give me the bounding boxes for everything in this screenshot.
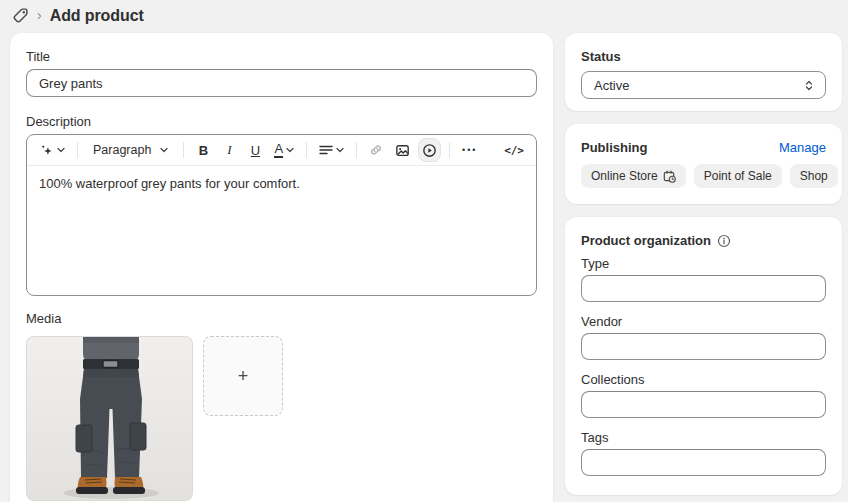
vendor-label: Vendor <box>581 314 826 329</box>
toolbar-divider <box>77 142 78 158</box>
tag-icon <box>12 7 29 24</box>
ai-assist-button[interactable] <box>35 138 69 162</box>
schedule-calendar-icon <box>663 170 676 183</box>
underline-button[interactable]: U <box>244 138 266 162</box>
chevron-down-icon <box>160 147 168 153</box>
title-input[interactable] <box>26 69 537 97</box>
tags-label: Tags <box>581 430 826 445</box>
right-column: Status Active Publishing Manage Online S… <box>565 33 842 495</box>
type-label: Type <box>581 256 826 271</box>
main-content: Title Description <box>0 33 848 502</box>
manage-publishing-link[interactable]: Manage <box>779 140 826 155</box>
toolbar-divider <box>183 142 184 158</box>
paragraph-style-label: Paragraph <box>93 143 151 157</box>
plus-icon: + <box>238 366 249 387</box>
publishing-card: Publishing Manage Online Store Point of … <box>565 124 842 204</box>
description-input[interactable]: 100% waterproof grey pants for your comf… <box>27 166 536 295</box>
products-tag-icon[interactable] <box>12 7 29 24</box>
add-media-button[interactable]: + <box>203 336 283 416</box>
more-options-icon: ••• <box>462 145 477 155</box>
channel-pill-label: Online Store <box>591 169 658 183</box>
channel-pill-label: Shop <box>800 169 828 183</box>
publishing-heading: Publishing <box>581 140 647 155</box>
show-html-button[interactable]: </> <box>500 138 528 162</box>
italic-label: I <box>227 142 231 158</box>
grey-pants-photo <box>27 337 193 501</box>
toolbar-divider <box>356 142 357 158</box>
select-updown-icon <box>803 79 815 92</box>
sales-channel-list: Online Store Point of Sale Shop <box>581 164 826 188</box>
channel-pill-online-store: Online Store <box>581 164 686 188</box>
type-input[interactable] <box>581 275 826 302</box>
channel-pill-label: Point of Sale <box>704 169 772 183</box>
video-play-icon <box>422 143 437 158</box>
product-image-thumbnail[interactable] <box>26 336 193 501</box>
bold-button[interactable]: B <box>192 138 214 162</box>
breadcrumb: › Add product <box>0 0 848 33</box>
text-color-button[interactable]: A <box>270 138 298 162</box>
text-color-label: A <box>274 142 283 158</box>
product-organization-card: Product organization Type Vendor Col <box>565 217 842 495</box>
collections-input[interactable] <box>581 391 826 418</box>
status-select-value: Active <box>594 78 629 93</box>
chevron-down-icon <box>286 147 294 153</box>
channel-pill-pos: Point of Sale <box>694 164 782 188</box>
underline-label: U <box>251 143 260 158</box>
ai-sparkle-icon <box>39 143 54 158</box>
status-heading: Status <box>581 49 826 64</box>
title-label: Title <box>26 49 537 64</box>
channel-pill-shop: Shop <box>790 164 838 188</box>
description-label: Description <box>26 114 537 129</box>
insert-image-button[interactable] <box>391 138 414 162</box>
align-left-icon <box>319 143 333 157</box>
tags-input[interactable] <box>581 449 826 476</box>
bold-label: B <box>199 143 208 158</box>
link-icon <box>369 143 383 157</box>
info-icon <box>717 234 731 248</box>
paragraph-style-dropdown[interactable]: Paragraph <box>86 138 175 162</box>
media-section: + <box>26 336 537 501</box>
product-details-card: Title Description <box>10 33 553 502</box>
status-card: Status Active <box>565 33 842 111</box>
product-organization-heading: Product organization <box>581 233 711 248</box>
status-select[interactable]: Active <box>581 71 826 99</box>
vendor-input[interactable] <box>581 333 826 360</box>
chevron-down-icon <box>57 147 65 153</box>
description-editor: Paragraph B I U <box>26 134 537 296</box>
collections-label: Collections <box>581 372 826 387</box>
toolbar-divider <box>449 142 450 158</box>
breadcrumb-separator: › <box>37 8 42 22</box>
insert-video-button[interactable] <box>418 138 441 162</box>
toolbar-divider <box>306 142 307 158</box>
chevron-down-icon <box>336 147 344 153</box>
left-column: Title Description <box>10 33 553 502</box>
media-label: Media <box>26 311 537 326</box>
italic-button[interactable]: I <box>218 138 240 162</box>
alignment-button[interactable] <box>315 138 348 162</box>
more-options-button[interactable]: ••• <box>458 138 481 162</box>
code-icon: </> <box>504 144 524 157</box>
info-tooltip-button[interactable] <box>717 234 731 248</box>
insert-link-button[interactable] <box>365 138 387 162</box>
editor-toolbar: Paragraph B I U <box>27 135 536 166</box>
image-icon <box>395 143 410 158</box>
page-title: Add product <box>50 7 144 25</box>
